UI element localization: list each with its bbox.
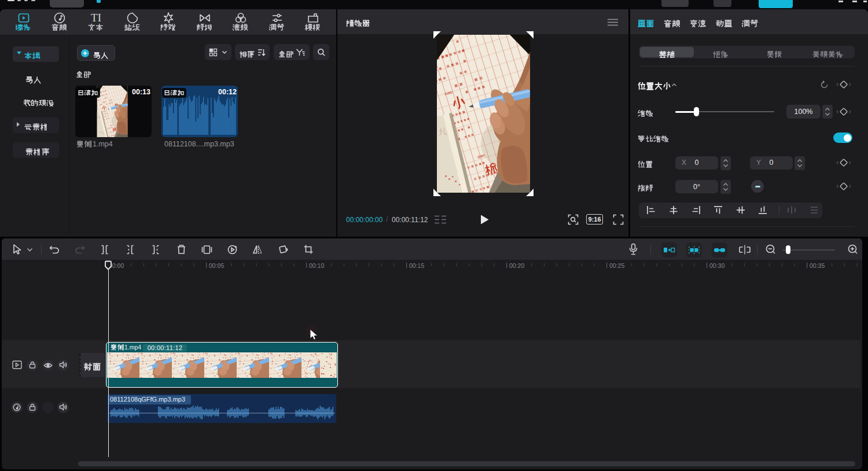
svg-text:00:05: 00:05	[209, 262, 224, 269]
svg-text:00:30: 00:30	[709, 262, 724, 269]
svg-text:00:10: 00:10	[309, 262, 324, 269]
svg-text:00:25: 00:25	[609, 262, 624, 269]
svg-text:00:35: 00:35	[810, 262, 825, 269]
svg-text:00:15: 00:15	[409, 262, 424, 269]
svg-text:00:20: 00:20	[509, 262, 524, 269]
svg-text:TI: TI	[91, 12, 101, 24]
